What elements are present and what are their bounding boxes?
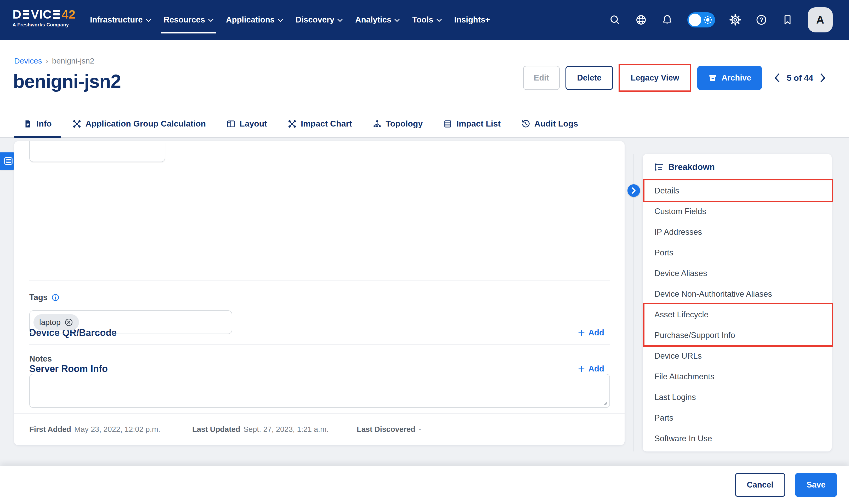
previous-record-icon[interactable] [774,73,780,83]
device42-logo[interactable]: D VIC 42 A Freshworks Company [13,8,75,28]
logo-tagline: A Freshworks Company [13,22,75,28]
scrolled-input-fragment[interactable] [29,141,165,162]
plus-icon [578,329,585,337]
remove-tag-icon[interactable] [64,318,73,327]
logo-e-icon [23,10,29,19]
chevron-down-icon [394,19,400,22]
annotation-box-details [643,179,833,202]
top-navbar: D VIC 42 A Freshworks Company Infrastruc… [0,0,849,40]
add-device-qr-button[interactable]: Add [578,328,604,338]
section-title: Server Room Info [29,363,108,374]
edit-button[interactable]: Edit [523,66,560,90]
menu-applications[interactable]: Applications [226,15,283,24]
breadcrumb-devices-link[interactable]: Devices [14,56,42,65]
meta-last-updated: Last Updated Sept. 27, 2023, 1:21 a.m. [192,423,329,435]
record-pagination: 5 of 44 [774,66,826,90]
device-info-card: Device QR/Barcode Add Server Room Info A… [14,141,624,445]
archive-box-icon [708,73,718,83]
breadcrumb-separator: › [46,56,48,65]
divider [29,344,610,344]
tab-audit-logs[interactable]: Audit Logs [512,110,587,138]
impact-chart-icon [288,120,297,128]
tab-info[interactable]: Info [14,110,61,138]
layout-tab-icon [227,120,235,128]
search-icon[interactable] [609,14,621,26]
logo-letter: D [13,8,21,20]
chevron-down-icon [337,19,343,22]
meta-last-discovered: Last Discovered - [357,423,421,435]
application-group-icon [72,120,81,128]
breakdown-item-device-urls[interactable]: Device URLs [643,346,832,366]
list-panel-icon [3,156,13,166]
plus-icon [578,365,585,373]
menu-tools[interactable]: Tools [412,15,442,24]
pagination-position: 5 of 44 [787,73,813,83]
tab-layout[interactable]: Layout [217,110,277,138]
menu-resources[interactable]: Resources [164,15,214,24]
breakdown-item-device-non-authoritative-aliases[interactable]: Device Non-Authoritative Aliases [643,284,832,304]
globe-icon[interactable] [635,14,647,26]
user-avatar[interactable]: A [808,7,833,32]
tab-impact-list[interactable]: Impact List [434,110,510,138]
logo-e-icon [53,10,60,19]
impact-list-icon [443,120,452,128]
meta-first-added: First Added May 23, 2022, 12:02 p.m. [29,423,160,435]
save-button[interactable]: Save [795,473,837,497]
page-title: benigni-jsn2 [13,71,121,92]
resize-handle[interactable] [602,399,608,406]
next-record-icon[interactable] [819,73,826,83]
bookmark-icon[interactable] [781,14,794,26]
breakdown-item-file-attachments[interactable]: File Attachments [643,366,832,387]
breakdown-item-last-logins[interactable]: Last Logins [643,387,832,408]
page-header: Devices › benigni-jsn2 benigni-jsn2 Edit… [0,40,849,138]
breakdown-item-device-aliases[interactable]: Device Aliases [643,263,832,284]
tags-input[interactable]: laptop [29,310,232,334]
collapse-breakdown-button[interactable] [627,184,640,197]
tab-impact-chart[interactable]: Impact Chart [278,110,361,138]
info-tooltip-icon[interactable] [51,293,60,302]
info-tab-icon [23,120,32,128]
chevron-down-icon [146,19,151,22]
menu-infrastructure[interactable]: Infrastructure [90,15,151,24]
theme-toggle[interactable] [687,12,715,28]
panel-divider-line [633,154,634,451]
tab-application-group-calculation[interactable]: Application Group Calculation [63,110,215,138]
meta-divider [14,413,624,414]
annotation-box-asset-lifecycle-purchase-support [643,303,833,347]
menu-insights[interactable]: Insights+ [454,15,490,24]
menu-analytics[interactable]: Analytics [355,15,400,24]
chevron-right-icon [631,187,637,194]
navbar-icon-group: ? A [609,0,833,40]
svg-text:?: ? [760,16,763,23]
settings-gear-icon[interactable] [729,14,741,26]
notes-textarea[interactable] [29,374,610,408]
tag-chip: laptop [34,314,79,330]
logo-number: 42 [62,8,75,20]
sun-icon [703,15,713,25]
tab-topology[interactable]: Topology [363,110,432,138]
add-server-room-button[interactable]: Add [578,364,604,374]
legacy-view-button[interactable]: Legacy View [631,73,679,83]
logo-wordmark: D VIC 42 [13,8,75,20]
breakdown-item-custom-fields[interactable]: Custom Fields [643,201,832,222]
main-menu: Infrastructure Resources Applications Di… [90,0,490,40]
tab-bar: Info Application Group Calculation Layou… [14,110,587,138]
chevron-down-icon [208,19,213,22]
toggle-knob [689,14,701,26]
cancel-button[interactable]: Cancel [735,473,785,497]
breakdown-item-parts[interactable]: Parts [643,408,832,428]
action-footer: Cancel Save [0,466,849,504]
menu-discovery[interactable]: Discovery [296,15,343,24]
breadcrumb: Devices › benigni-jsn2 [14,56,94,65]
breakdown-header: Breakdown [654,160,715,174]
notifications-bell-icon[interactable] [661,14,673,26]
annotation-box-legacy-view: Legacy View [619,64,691,92]
breakdown-item-ports[interactable]: Ports [643,242,832,263]
breakdown-item-software-in-use[interactable]: Software In Use [643,428,832,449]
help-icon[interactable]: ? [755,14,767,26]
archive-button[interactable]: Archive [697,66,762,90]
tags-label-row: Tags [29,293,60,302]
delete-button[interactable]: Delete [565,66,613,90]
breakdown-item-ip-addresses[interactable]: IP Addresses [643,222,832,242]
logo-letters: VIC [31,8,52,20]
